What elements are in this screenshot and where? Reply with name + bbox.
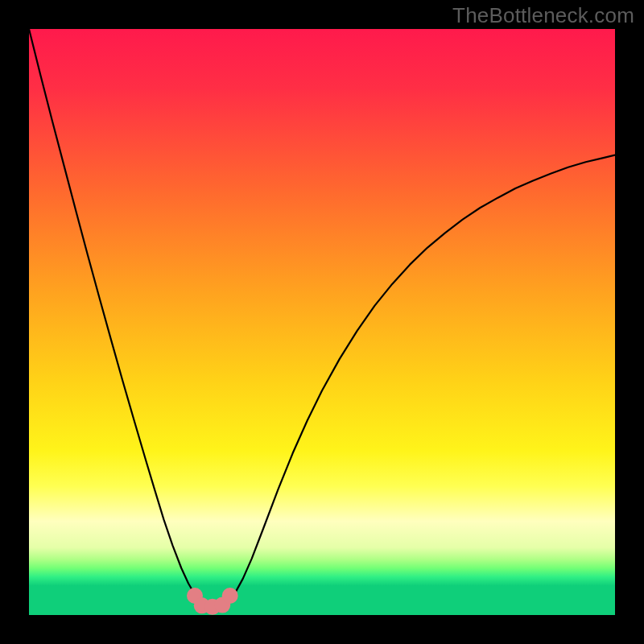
chart-svg <box>29 29 615 615</box>
chart-frame: TheBottleneck.com <box>0 0 644 644</box>
marker-dot <box>222 588 238 604</box>
plot-area <box>29 29 615 615</box>
watermark-text: TheBottleneck.com <box>452 3 634 28</box>
heat-gradient <box>29 29 615 615</box>
